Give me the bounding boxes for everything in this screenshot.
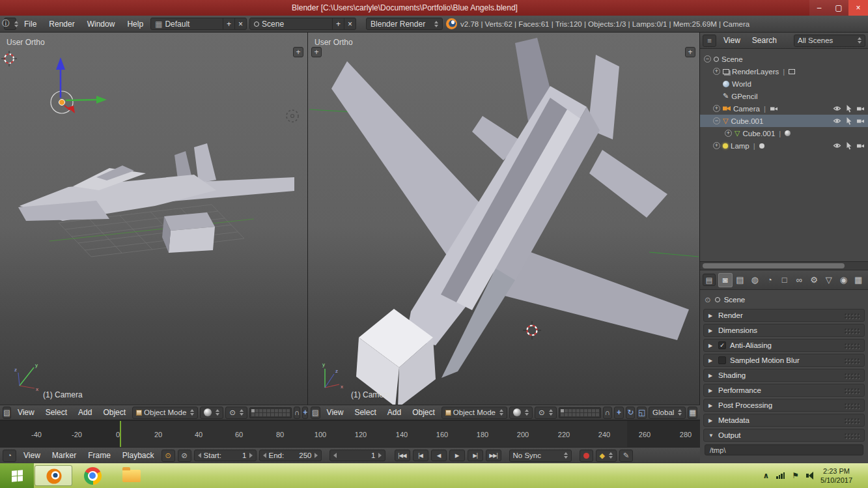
outliner-row-world[interactable]: World	[700, 78, 868, 90]
taskbar-clock[interactable]: 2:23 PM 5/10/2017	[820, 466, 852, 485]
tab-render-layers[interactable]: ▤	[733, 273, 748, 287]
start-frame-field[interactable]: Start: 1	[194, 450, 257, 461]
taskbar-explorer-button[interactable]	[113, 465, 150, 486]
viewport-right[interactable]: y x z User Ortho (1) Camera + +	[308, 33, 700, 405]
panel-grip-handle[interactable]	[844, 373, 860, 379]
menu-view[interactable]: View	[19, 450, 45, 461]
expand-toolshelf-region-button[interactable]: +	[311, 47, 322, 57]
increment-arrow[interactable]	[315, 453, 318, 458]
menu-search[interactable]: Search	[748, 35, 781, 46]
jump-to-end-button[interactable]: ▶▶|	[486, 450, 501, 461]
panel-anti-aliasing[interactable]: ▶ ✓ Anti-Aliasing	[703, 339, 865, 352]
mode-selector[interactable]: Object Mode	[132, 407, 198, 419]
tab-object[interactable]: □	[777, 273, 792, 287]
viewport-left-canvas[interactable]: y x z	[0, 33, 308, 405]
manipulator-translate-button[interactable]: +	[302, 407, 308, 419]
jump-to-start-button[interactable]: |◀◀	[395, 450, 410, 461]
outliner-row-cube001-data[interactable]: + ▽ Cube.001 |	[700, 127, 868, 139]
menu-view[interactable]: View	[322, 407, 348, 418]
add-scene-button[interactable]: +	[332, 18, 344, 30]
taskbar-chrome-button[interactable]	[74, 465, 111, 486]
panel-shading[interactable]: ▶ Shading	[703, 369, 865, 382]
tray-overflow-chevron-icon[interactable]: ∧	[763, 471, 770, 480]
delete-scene-button[interactable]: ×	[344, 18, 356, 30]
outliner-horizontal-scrollbar[interactable]	[700, 261, 868, 270]
sync-mode-selector[interactable]: No Sync	[509, 450, 572, 462]
scrollbar-thumb[interactable]	[703, 263, 845, 268]
maximize-button[interactable]: ▢	[829, 0, 848, 16]
tab-constraints[interactable]: ∞	[792, 273, 806, 287]
menu-view[interactable]: View	[719, 35, 745, 46]
selectability-cursor-icon[interactable]	[845, 141, 853, 150]
editor-type-button[interactable]: ≡	[703, 35, 716, 47]
panel-performance[interactable]: ▶ Performance	[703, 384, 865, 397]
selectability-cursor-icon[interactable]	[845, 104, 853, 113]
renderability-camera-icon[interactable]	[856, 117, 865, 125]
keying-set-selector[interactable]: ◆	[596, 450, 617, 462]
panel-grip-handle[interactable]	[844, 313, 860, 319]
menu-select[interactable]: Select	[41, 407, 72, 418]
minimize-button[interactable]: –	[809, 0, 829, 16]
snap-element-selector[interactable]: ▦	[688, 407, 697, 419]
menu-file[interactable]: File	[20, 18, 41, 30]
mode-selector[interactable]: Object Mode	[441, 407, 507, 419]
disclosure-icon[interactable]: +	[713, 105, 720, 112]
auto-keyframe-record-button[interactable]	[580, 450, 593, 462]
panel-grip-handle[interactable]	[844, 388, 860, 394]
outliner-row-scene[interactable]: − Scene	[700, 53, 868, 65]
taskbar-blender-button[interactable]	[35, 465, 72, 486]
tab-texture[interactable]: ▦	[851, 273, 865, 287]
disclosure-icon[interactable]: +	[713, 142, 720, 149]
orientation-selector[interactable]: Global	[649, 407, 686, 419]
selectability-cursor-icon[interactable]	[845, 117, 853, 125]
panel-grip-handle[interactable]	[844, 403, 860, 409]
renderability-camera-icon[interactable]	[856, 104, 865, 113]
menu-window[interactable]: Window	[83, 18, 120, 30]
disclosure-icon[interactable]: +	[725, 130, 732, 137]
tab-render[interactable]: ◙	[718, 273, 733, 287]
editor-type-button[interactable]: ⓘ	[4, 18, 16, 30]
disclosure-icon[interactable]: −	[713, 117, 720, 124]
insert-keyframe-button[interactable]: ✎	[619, 450, 633, 462]
current-frame-field[interactable]: 1	[329, 450, 385, 461]
panel-sampled-motion-blur[interactable]: ▶ Sampled Motion Blur	[703, 354, 865, 367]
close-button[interactable]: ×	[848, 0, 868, 16]
menu-add[interactable]: Add	[383, 407, 406, 418]
increment-arrow[interactable]	[378, 453, 382, 458]
panel-grip-handle[interactable]	[844, 328, 860, 334]
end-frame-field[interactable]: End: 250	[259, 450, 322, 461]
panel-post-processing[interactable]: ▶ Post Processing	[703, 399, 865, 412]
editor-type-button[interactable]: ▧	[311, 407, 320, 419]
scene-selector[interactable]: Scene	[249, 18, 333, 30]
viewport-shading-selector[interactable]	[509, 407, 533, 419]
next-keyframe-button[interactable]: ▶|	[468, 450, 483, 461]
disclosure-icon[interactable]: +	[713, 68, 720, 75]
menu-select[interactable]: Select	[350, 407, 380, 418]
lock-time-toggle[interactable]: ⊘	[178, 450, 191, 462]
pivot-point-selector[interactable]: ⊙	[225, 407, 247, 419]
editor-type-button[interactable]: ▧	[3, 407, 11, 419]
menu-playback[interactable]: Playback	[118, 450, 159, 461]
viewport-shading-selector[interactable]	[200, 407, 223, 419]
pivot-point-selector[interactable]: ⊙	[535, 407, 557, 419]
outliner-row-camera[interactable]: + Camera |	[700, 102, 868, 115]
network-signal-icon[interactable]	[776, 472, 785, 479]
tab-scene[interactable]: ◍	[748, 273, 762, 287]
menu-marker[interactable]: Marker	[48, 450, 81, 461]
panel-grip-handle[interactable]	[844, 418, 860, 424]
add-layout-button[interactable]: +	[223, 18, 235, 30]
menu-view[interactable]: View	[13, 407, 39, 418]
menu-frame[interactable]: Frame	[83, 450, 115, 461]
decrement-arrow[interactable]	[198, 453, 201, 458]
visibility-eye-icon[interactable]	[833, 104, 841, 113]
viewport-left[interactable]: y x z User Ortho (1) Camera +	[0, 33, 308, 405]
manipulator-rotate-button[interactable]: ↻	[626, 407, 636, 419]
editor-type-button[interactable]: ◔	[3, 450, 16, 462]
previous-keyframe-button[interactable]: |◀	[413, 450, 428, 461]
disclosure-icon[interactable]: −	[704, 55, 711, 63]
menu-object[interactable]: Object	[98, 407, 130, 418]
layers-widget[interactable]	[559, 407, 601, 418]
panel-dimensions[interactable]: ▶ Dimensions	[703, 324, 865, 337]
outliner-row-cube001[interactable]: − ▽ Cube.001	[700, 115, 868, 127]
renderability-camera-icon[interactable]	[856, 141, 865, 150]
